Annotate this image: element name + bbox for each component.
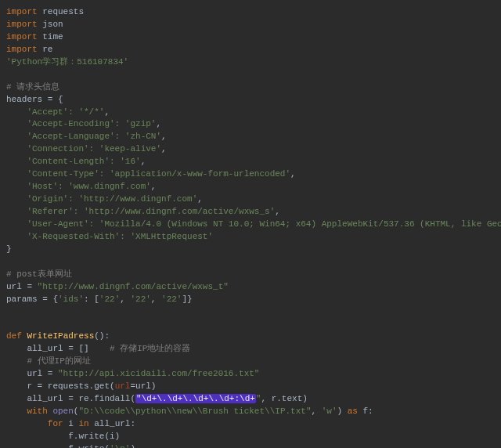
text: time — [38, 32, 63, 42]
string: 'Accept-Encoding': 'gzip' — [27, 119, 156, 128]
string: 'User-Agent': 'Mozilla/4.0 (Windows NT 1… — [27, 219, 501, 229]
text — [6, 207, 27, 216]
text: , — [197, 194, 203, 204]
text: all_url = re.findall( — [6, 394, 135, 403]
text: , — [151, 182, 157, 191]
text — [6, 182, 27, 191]
text — [6, 194, 27, 204]
text: all_url = [] — [6, 344, 110, 353]
text: r = requests.get( — [6, 381, 115, 391]
comment: # 代理IP的网址 — [27, 356, 90, 366]
string: '22' — [130, 294, 150, 304]
keyword: as — [348, 406, 358, 416]
text — [6, 119, 27, 128]
text: f.write(i) — [6, 432, 120, 441]
builtin: open — [52, 406, 73, 416]
text: re — [38, 45, 53, 54]
text — [6, 157, 27, 166]
text: f.write( — [6, 444, 110, 448]
text — [6, 219, 27, 229]
text: headers = { — [6, 95, 63, 104]
keyword: with — [27, 406, 47, 416]
string: '\n' — [110, 444, 130, 448]
text: url = — [6, 369, 58, 378]
text — [6, 132, 27, 141]
string: 'w' — [322, 406, 337, 416]
text: ) — [130, 444, 135, 448]
code-editor[interactable]: import requests import json import time … — [0, 0, 501, 448]
string: 'ids' — [58, 294, 84, 304]
text — [6, 144, 27, 154]
text — [6, 169, 27, 179]
string: 'Content-Type': 'application/x-www-form-… — [27, 169, 290, 179]
keyword: in — [78, 419, 88, 428]
text — [6, 419, 48, 428]
keyword: import — [6, 20, 38, 29]
keyword: import — [6, 7, 38, 16]
text: (): — [94, 331, 110, 341]
text: , — [161, 132, 167, 141]
text: , — [141, 157, 146, 166]
string: "D:\\code\\python\\new\\Brush ticket\\IP… — [78, 406, 311, 416]
text: =url) — [130, 381, 156, 391]
text: , — [151, 294, 161, 304]
keyword: import — [6, 45, 38, 54]
comment: # 请求头信息 — [6, 82, 59, 92]
text: params = { — [6, 294, 58, 304]
text: , — [161, 144, 167, 154]
string: 'Content-Length': '16' — [27, 157, 140, 166]
keyword: for — [48, 419, 63, 428]
text: , — [120, 294, 130, 304]
keyword: import — [6, 32, 38, 42]
text: requests — [38, 7, 84, 16]
string: 'Accept-Language': 'zh-CN' — [27, 132, 161, 141]
comment: # 存储IP地址的容器 — [110, 344, 190, 353]
keyword: def — [6, 331, 22, 341]
text: : [ — [84, 294, 99, 304]
string: 'Accept': '*/*' — [27, 107, 104, 117]
string: "http://www.dingnf.com/active/wxws_t" — [38, 282, 229, 291]
comment: # post表单网址 — [6, 269, 72, 279]
regex-highlight: "\d+\.\d+\.\d+\.\d+:\d+ — [135, 394, 256, 403]
text — [6, 356, 27, 366]
text: url = — [6, 282, 38, 291]
string: "http://api.xicidaili.com/free2016.txt" — [58, 369, 259, 378]
text: } — [6, 244, 12, 254]
string: 'Connection': 'keep-alive' — [27, 144, 161, 154]
text: , — [156, 119, 161, 128]
text: , — [290, 169, 296, 179]
text — [6, 232, 27, 241]
string: '22' — [99, 294, 120, 304]
param: url — [115, 381, 131, 391]
string: 'Python学习群：516107834' — [6, 57, 128, 67]
text: json — [38, 20, 63, 29]
string: 'Referer': 'http://www.dingnf.com/active… — [27, 207, 275, 216]
string: 'Origin': 'http://www.dingnf.com' — [27, 194, 197, 204]
text — [6, 406, 27, 416]
text: ]} — [182, 294, 192, 304]
text: , r.text) — [261, 394, 307, 403]
text — [6, 107, 27, 117]
text: , — [104, 107, 110, 117]
string: '22' — [161, 294, 182, 304]
string: 'Host': 'www.dingnf.com' — [27, 182, 150, 191]
string: 'X-Requested-With': 'XMLHttpRequest' — [27, 232, 213, 241]
text: , — [275, 207, 280, 216]
func-name: WriteIPadress — [27, 331, 94, 341]
